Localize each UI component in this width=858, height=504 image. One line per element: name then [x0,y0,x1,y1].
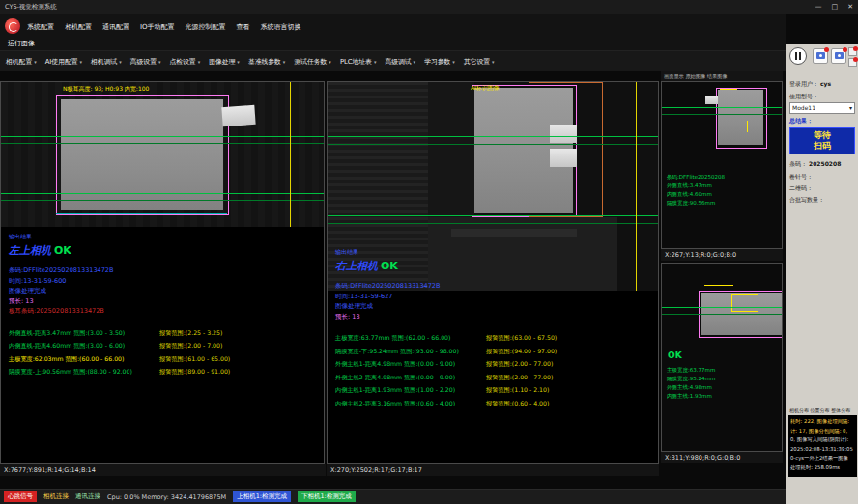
toolbar-item[interactable]: AI使用配置▾ [45,57,82,67]
camera-name: 右上相机 [335,260,378,272]
toolbar-item[interactable]: PLC地址表▾ [340,57,377,67]
chevron-down-icon: ▾ [283,59,286,65]
model-select-value: Mode11 [792,103,815,113]
chevron-down-icon: ▾ [119,59,122,65]
notification-badge [853,46,858,51]
close-button[interactable]: ✕ [847,3,853,11]
mini-toggle-1[interactable] [848,47,857,56]
cpu-memory-readout: Cpu: 0.0% Memory: 3424.41796875M [107,493,226,501]
toolbar-item[interactable]: 点检设置▾ [169,57,200,67]
result-overlay-center: 输出结果 右上相机OK 条码:DFFlite2025020813313472B … [335,248,656,412]
roi-frame-yellow [731,294,758,312]
statistics-line: 0, 图像写入间隔(阴阳计): [790,435,855,445]
pause-icon [799,52,801,60]
thumb-view-bottom[interactable]: OK 主极宽度:63.77mm 隔膜宽度:95.24mm 外侧主线:4.98mm… [661,263,783,452]
barcode-text: 条码:DFFlite2025020813313472B [335,281,656,292]
camera-result-title: 右上相机OK [335,259,656,273]
toolbar-item[interactable]: 其它设置▾ [464,57,495,67]
mini-toggle-2[interactable] [848,58,857,67]
toolbar-item[interactable]: 高级设置▾ [130,57,161,67]
pixel-readout-thumb-top: X:267;Y:13;R:0;G:0;B:0 [661,249,783,261]
thumb-panel-header: 画面显示 原始图像 结果图像 [661,71,783,81]
spool-label: 卷针号： [789,173,855,182]
menubar-item[interactable]: 系统配置 [27,22,54,32]
camera-icon [816,52,825,59]
thumb-image-bottom: OK 主极宽度:63.77mm 隔膜宽度:95.24mm 外侧主线:4.98mm… [662,264,782,451]
reference-line-green [1,193,324,194]
toolbar-item[interactable]: 图像处理▾ [209,57,240,67]
toolbar-item[interactable]: 高级调试▾ [385,57,415,67]
reference-line-green [328,223,658,224]
measurement-row: 外侧主线1-距离4.98mm 范围:(0.00 - 9.00) 报警范围:(2.… [335,360,656,374]
chevron-down-icon: ▾ [80,59,83,65]
measurement-row: 主极宽度:63.77mm 范围:(62.00 - 66.00) 报警范围:(63… [335,334,656,348]
batch-count-label: 合批写数量： [789,196,855,205]
tab-run-image[interactable]: 运行图像 [8,39,35,48]
toolbar-item[interactable]: 相机配置▾ [6,57,37,67]
menubar-item[interactable]: 系统语言切换 [261,22,301,32]
reference-line-green [328,144,658,145]
roi-frame-pink [716,88,767,149]
measurement-row: 隔膜宽度-下:95.24mm 范围:(93.00 - 98.00) 报警范围:(… [335,348,656,361]
chevron-down-icon: ▾ [492,59,495,65]
qr-label: 二维码： [789,184,855,193]
model-label: 使用型号： [789,93,855,101]
model-select[interactable]: Mode11 ▾ [789,102,855,114]
sidebar-toolbar [786,44,858,70]
maximize-button[interactable]: □ [832,3,839,11]
ok-status: OK [668,350,682,360]
pre-length-text: 预长: 13 [335,312,656,322]
total-result-line: 扫码 [814,141,831,152]
total-result-line: 等待 [814,130,831,141]
thumb-result-line: 外侧直线:3.47mm [667,182,725,190]
pixel-readout-left: X:7677;Y:891;R:14;G:14;B:14 [0,464,326,476]
sidebar-fields: 登录用户： cys 使用型号： Mode11 ▾ 总结果： 等待 扫码 条码： … [786,70,858,210]
ok-status: OK [54,244,72,257]
menubar-item[interactable]: 通讯配置 [102,22,129,32]
camera-image-left[interactable]: N极耳高度: 93; H0:93 内宽:100 [1,82,324,227]
chevron-down-icon: ▾ [329,59,331,65]
menubar-item[interactable]: 查看 [237,22,250,32]
alarm-range: 报警范围:(2.25 - 3.25) [159,329,222,338]
cursor-line-yellow [290,82,291,227]
measurement-value: 主极宽度:63.77mm 范围:(62.00 - 66.00) [335,334,450,343]
toolbar-item[interactable]: 学习参数▾ [424,57,455,67]
measurement-value: 内侧直线-距离4.60mm 范围:(3.00 - 6.00) [9,342,125,350]
pause-button[interactable] [789,47,807,65]
statistics-panel: 耗时: 222, 图像处理间隔: 计: 17, 图像分包间隔: 0, 0, 图像… [788,415,857,477]
alarm-range: 报警范围:(63.00 - 67.50) [486,334,557,343]
alarm-range: 报警范围:(61.00 - 65.00) [159,355,230,364]
thumb-result-line: 隔膜宽度:90.56mm [667,199,725,208]
measure-mark-yellow [720,89,737,90]
thumb-result-line: 主极宽度:63.77mm [667,366,715,375]
menubar-item[interactable]: IO手动配置 [140,22,175,32]
minimize-button[interactable]: — [815,3,822,11]
menubar-item[interactable]: 相机配置 [65,22,92,32]
time-text: 时间:13-31-59-627 [335,292,656,302]
camera-tool-button-1[interactable] [813,48,828,64]
tab-connector-image [550,149,577,167]
app-window: CYS-视觉检测系统 — □ ✕ 系统配置 相机配置 通讯配置 IO手动配置 光… [0,0,858,504]
chevron-down-icon: ▾ [158,59,161,65]
toolbar-item[interactable]: 测试任务数▾ [294,57,331,67]
thumb-view-top[interactable]: 条码:DFFlite20250208 外侧直线:3.47mm 内侧直线:4.60… [661,81,783,249]
alarm-range: 报警范围:(0.60 - 4.00) [486,400,549,408]
total-result-display: 等待 扫码 [789,127,855,154]
window-title: CYS-视觉检测系统 [5,3,57,12]
heartbeat-indicator: 心跳信号 [4,491,37,502]
alarm-range: 报警范围:(1.10 - 2.10) [486,386,549,395]
thumb-result-lines: 主极宽度:63.77mm 隔膜宽度:95.24mm 外侧主线:4.98mm 内侧… [667,366,715,401]
measurement-value: 主极宽度:62.03mm 范围:(60.00 - 66.00) [9,355,124,364]
menubar-item[interactable]: 光源控制配置 [186,22,226,32]
notification-badge [824,47,829,52]
camera-tool-button-2[interactable] [831,48,846,64]
reference-line-green [662,114,782,115]
chevron-down-icon: ▾ [374,59,377,65]
measurement-row: 主极宽度:62.03mm 范围:(60.00 - 66.00) 报警范围:(61… [9,355,322,369]
toolbar-item[interactable]: 相机调试▾ [91,57,122,67]
machinery-image [451,229,577,237]
measure-mark-yellow [747,121,748,132]
result-label: 输出结果 [9,233,322,241]
toolbar-item[interactable]: 基准线参数▾ [248,57,286,67]
measurement-value: 隔膜宽度-下:95.24mm 范围:(93.00 - 98.00) [335,348,459,356]
